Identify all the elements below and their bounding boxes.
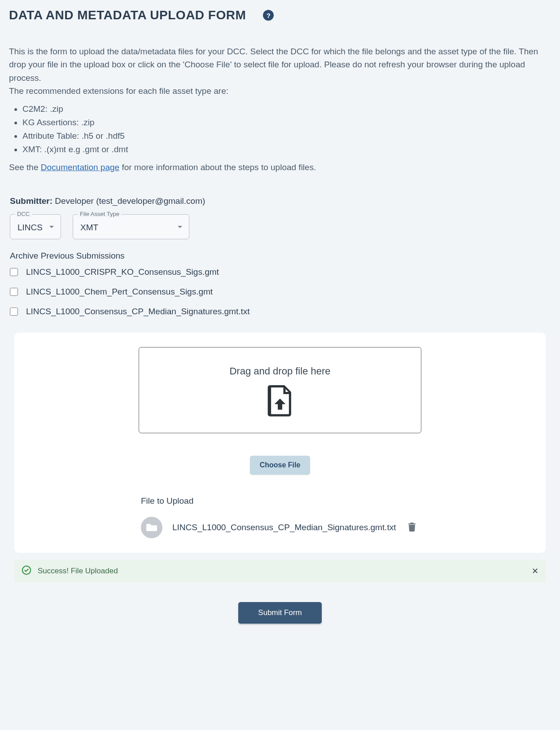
archive-list: LINCS_L1000_CRISPR_KO_Consensus_Sigs.gmt… <box>10 267 550 317</box>
file-to-upload-label: File to Upload <box>141 496 464 506</box>
submit-form-button[interactable]: Submit Form <box>238 602 321 624</box>
file-type-item: XMT: .(x)mt e.g .gmt or .dmt <box>22 145 551 154</box>
archive-checkbox[interactable] <box>10 308 18 316</box>
archive-item[interactable]: LINCS_L1000_CRISPR_KO_Consensus_Sigs.gmt <box>10 267 550 277</box>
archive-checkbox[interactable] <box>10 288 18 296</box>
file-to-upload-row: LINCS_L1000_Consensus_CP_Median_Signatur… <box>141 517 464 538</box>
dcc-select[interactable]: DCC LINCS <box>10 214 61 239</box>
submitter-line: Submitter: Developer (test_developer@gma… <box>10 196 550 206</box>
intro-paragraph-2: The recommended extensions for each file… <box>9 84 551 97</box>
chevron-down-icon <box>49 223 54 231</box>
close-icon: ✕ <box>532 567 538 576</box>
archive-filename: LINCS_L1000_Consensus_CP_Median_Signatur… <box>26 307 250 317</box>
doc-line: See the Documentation page for more info… <box>9 161 551 174</box>
doc-prefix: See the <box>9 163 41 172</box>
dcc-select-label: DCC <box>15 211 32 217</box>
choose-file-button[interactable]: Choose File <box>250 456 311 475</box>
submitter-label: Submitter: <box>10 196 52 206</box>
success-message: Success! File Uploaded <box>38 567 525 576</box>
folder-icon <box>141 517 162 538</box>
file-type-item: C2M2: .zip <box>22 104 551 114</box>
doc-suffix: for more information about the steps to … <box>119 163 316 172</box>
dcc-select-value: LINCS <box>18 223 43 232</box>
archive-filename: LINCS_L1000_Chem_Pert_Consensus_Sigs.gmt <box>26 287 213 297</box>
chevron-down-icon <box>177 223 183 231</box>
delete-file-button[interactable] <box>406 521 418 535</box>
submitter-value: Developer (test_developer@gmail.com) <box>55 196 205 206</box>
documentation-link[interactable]: Documentation page <box>41 163 119 172</box>
file-asset-type-select[interactable]: File Asset Type XMT <box>73 214 189 239</box>
file-type-item: Attribute Table: .h5 or .hdf5 <box>22 131 551 141</box>
file-type-list: C2M2: .zip KG Assertions: .zip Attribute… <box>22 104 551 154</box>
selected-file-name: LINCS_L1000_Consensus_CP_Median_Signatur… <box>172 523 396 532</box>
archive-filename: LINCS_L1000_CRISPR_KO_Consensus_Sigs.gmt <box>26 267 219 277</box>
trash-icon <box>408 526 416 533</box>
file-asset-type-label: File Asset Type <box>78 211 122 217</box>
dropzone[interactable]: Drag and drop file here <box>139 347 421 433</box>
archive-item[interactable]: LINCS_L1000_Chem_Pert_Consensus_Sigs.gmt <box>10 287 550 297</box>
file-upload-icon <box>148 385 412 419</box>
archive-title: Archive Previous Submissions <box>10 251 550 261</box>
archive-item[interactable]: LINCS_L1000_Consensus_CP_Median_Signatur… <box>10 307 550 317</box>
archive-checkbox[interactable] <box>10 268 18 276</box>
file-asset-type-value: XMT <box>80 223 98 232</box>
help-icon[interactable]: ? <box>263 10 274 21</box>
upload-card: Drag and drop file here Choose File File… <box>14 333 546 553</box>
dropzone-text: Drag and drop file here <box>148 365 412 377</box>
file-type-item: KG Assertions: .zip <box>22 118 551 128</box>
intro-paragraph-1: This is the form to upload the data/meta… <box>9 45 551 84</box>
success-alert: Success! File Uploaded ✕ <box>14 560 546 582</box>
success-check-icon <box>22 565 31 577</box>
page-title: DATA AND METADATA UPLOAD FORM <box>9 8 246 22</box>
close-alert-button[interactable]: ✕ <box>532 566 538 576</box>
